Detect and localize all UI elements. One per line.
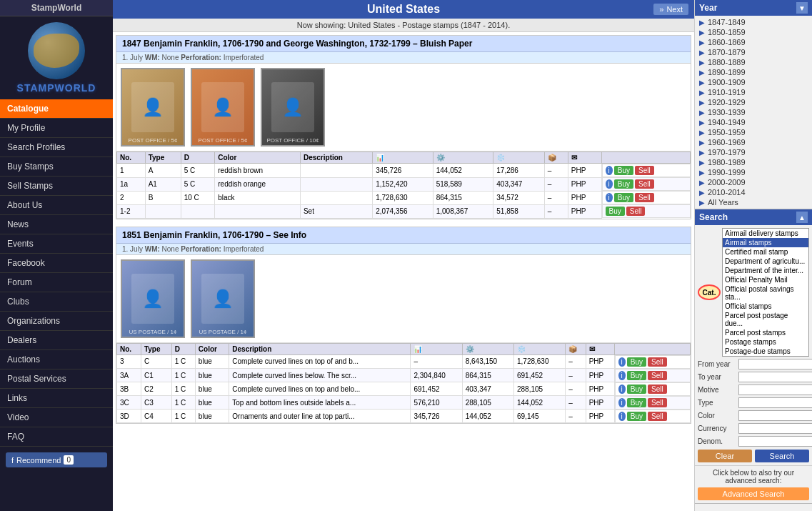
buy-button[interactable]: Buy bbox=[627, 371, 646, 380]
year-item[interactable]: ▶1847-1849 bbox=[695, 17, 812, 27]
search-panel-collapse[interactable]: ▲ bbox=[796, 212, 808, 223]
sidebar-item-facebook[interactable]: Facebook bbox=[0, 254, 113, 273]
year-panel-collapse[interactable]: ▼ bbox=[796, 2, 808, 14]
sell-button[interactable]: Sell bbox=[648, 371, 667, 380]
next-button[interactable]: » Next bbox=[653, 4, 688, 15]
buy-button[interactable]: Buy bbox=[614, 166, 633, 175]
year-item[interactable]: ▶1960-1969 bbox=[695, 137, 812, 147]
sell-button[interactable]: Sell bbox=[626, 207, 646, 216]
sell-button[interactable]: Sell bbox=[635, 179, 654, 189]
year-item[interactable]: ▶1910-1919 bbox=[695, 87, 812, 97]
buy-button[interactable]: Buy bbox=[606, 207, 625, 216]
year-item[interactable]: ▶2010-2014 bbox=[695, 187, 812, 197]
dropdown-option[interactable]: Airmail stamps bbox=[723, 238, 808, 247]
info-button[interactable]: i bbox=[606, 166, 613, 175]
sidebar-item-organizations[interactable]: Organizations bbox=[0, 312, 113, 331]
currency-input[interactable] bbox=[738, 423, 812, 434]
dropdown-option[interactable]: Postage-due stamps bbox=[723, 347, 808, 356]
cat-dropdown[interactable]: Airmail delivery stampsAirmail stampsCer… bbox=[722, 228, 809, 357]
dropdown-option[interactable]: Department of agricultu... bbox=[723, 257, 808, 266]
buy-button[interactable]: Buy bbox=[614, 179, 633, 189]
stamp-image[interactable]: 👤POST OFFICE / 5¢ bbox=[191, 68, 255, 147]
year-item[interactable]: ▶1990-1999 bbox=[695, 167, 812, 177]
from-year-input[interactable] bbox=[738, 359, 812, 369]
year-arrow-icon: ▶ bbox=[699, 149, 705, 157]
sidebar-item-events[interactable]: Events bbox=[0, 234, 113, 254]
search-button[interactable]: Search bbox=[755, 450, 809, 462]
sidebar-item-dealers[interactable]: Dealers bbox=[0, 331, 113, 350]
sidebar-item-video[interactable]: Video bbox=[0, 408, 113, 427]
buy-button[interactable]: Buy bbox=[627, 357, 646, 367]
sidebar-item-my-profile[interactable]: My Profile bbox=[0, 119, 113, 138]
year-panel-title: Year bbox=[699, 3, 717, 13]
clear-button[interactable]: Clear bbox=[698, 450, 752, 462]
buy-button[interactable]: Buy bbox=[627, 412, 646, 421]
sell-button[interactable]: Sell bbox=[635, 166, 654, 175]
buy-button[interactable]: Buy bbox=[627, 398, 646, 407]
year-item[interactable]: ▶1930-1939 bbox=[695, 107, 812, 117]
year-item[interactable]: ▶1950-1959 bbox=[695, 127, 812, 137]
year-item[interactable]: ▶1970-1979 bbox=[695, 147, 812, 157]
sidebar-item-sell-stamps[interactable]: Sell Stamps bbox=[0, 177, 113, 196]
stamp-image[interactable]: 👤POST OFFICE / 5¢ bbox=[121, 68, 185, 147]
year-item[interactable]: ▶1890-1899 bbox=[695, 67, 812, 77]
fb-recommend-button[interactable]: f Recommend 0 bbox=[6, 452, 107, 467]
motive-input[interactable] bbox=[738, 385, 812, 395]
sidebar-item-links[interactable]: Links bbox=[0, 389, 113, 408]
year-item[interactable]: ▶1940-1949 bbox=[695, 117, 812, 127]
dropdown-option[interactable]: Parcel post postage due... bbox=[723, 311, 808, 328]
sidebar-item-buy-stamps[interactable]: Buy Stamps bbox=[0, 157, 113, 177]
stamp-image[interactable]: 👤US POSTAGE / 1¢ bbox=[121, 259, 185, 338]
to-year-input[interactable] bbox=[738, 372, 812, 382]
info-button[interactable]: i bbox=[618, 398, 626, 407]
year-item[interactable]: ▶1860-1869 bbox=[695, 37, 812, 47]
dropdown-option[interactable]: Department of the inter... bbox=[723, 266, 808, 275]
sell-button[interactable]: Sell bbox=[635, 193, 654, 202]
sidebar-item-clubs[interactable]: Clubs bbox=[0, 292, 113, 312]
logo-area: STAMPWORLD bbox=[0, 16, 113, 99]
stamp-image[interactable]: 👤POST OFFICE / 10¢ bbox=[261, 68, 325, 147]
info-button[interactable]: i bbox=[618, 357, 626, 367]
dropdown-option[interactable]: Certified mail stamp bbox=[723, 247, 808, 257]
sell-button[interactable]: Sell bbox=[648, 385, 667, 394]
info-button[interactable]: i bbox=[606, 179, 613, 189]
advanced-search-button[interactable]: Advanced Search bbox=[698, 487, 809, 500]
sidebar-item-auctions[interactable]: Auctions bbox=[0, 350, 113, 369]
year-item[interactable]: ▶1980-1989 bbox=[695, 157, 812, 167]
dropdown-option[interactable]: Parcel post stamps bbox=[723, 328, 808, 337]
dropdown-option[interactable]: Official Penalty Mail bbox=[723, 275, 808, 284]
info-button[interactable]: i bbox=[618, 412, 626, 421]
sidebar-item-news[interactable]: News bbox=[0, 215, 113, 234]
info-button[interactable]: i bbox=[618, 371, 626, 380]
table-cell: – bbox=[566, 369, 586, 382]
dropdown-option[interactable]: Airmail delivery stamps bbox=[723, 229, 808, 238]
sell-button[interactable]: Sell bbox=[648, 357, 667, 367]
sidebar-item-catalogue[interactable]: Catalogue bbox=[0, 99, 113, 119]
info-button[interactable]: i bbox=[606, 193, 613, 202]
year-item[interactable]: ▶All Years bbox=[695, 197, 812, 207]
year-item[interactable]: ▶1920-1929 bbox=[695, 97, 812, 107]
denom-input[interactable] bbox=[738, 436, 812, 447]
sidebar-item-about-us[interactable]: About Us bbox=[0, 196, 113, 215]
dropdown-option[interactable]: Official postal savings sta... bbox=[723, 284, 808, 302]
type-input[interactable] bbox=[738, 397, 812, 408]
sidebar-item-search-profiles[interactable]: Search Profiles bbox=[0, 138, 113, 157]
year-item[interactable]: ▶1870-1879 bbox=[695, 47, 812, 57]
buy-button[interactable]: Buy bbox=[614, 193, 633, 202]
year-item[interactable]: ▶1880-1889 bbox=[695, 57, 812, 67]
info-button[interactable]: i bbox=[618, 385, 626, 394]
year-item[interactable]: ▶2000-2009 bbox=[695, 177, 812, 187]
sell-button[interactable]: Sell bbox=[648, 398, 667, 407]
sidebar-item-faq[interactable]: FAQ bbox=[0, 427, 113, 447]
year-item[interactable]: ▶1900-1909 bbox=[695, 77, 812, 87]
color-input[interactable] bbox=[738, 410, 812, 421]
dropdown-option[interactable]: Registration stamp bbox=[723, 356, 808, 357]
buy-button[interactable]: Buy bbox=[627, 385, 646, 394]
sidebar-item-forum[interactable]: Forum bbox=[0, 273, 113, 292]
dropdown-option[interactable]: Official stamps bbox=[723, 302, 808, 311]
dropdown-option[interactable]: Postage stamps bbox=[723, 337, 808, 347]
sell-button[interactable]: Sell bbox=[648, 412, 667, 421]
sidebar-item-postal-services[interactable]: Postal Services bbox=[0, 369, 113, 389]
stamp-image[interactable]: 👤US POSTAGE / 1¢ bbox=[191, 259, 255, 338]
year-item[interactable]: ▶1850-1859 bbox=[695, 27, 812, 37]
